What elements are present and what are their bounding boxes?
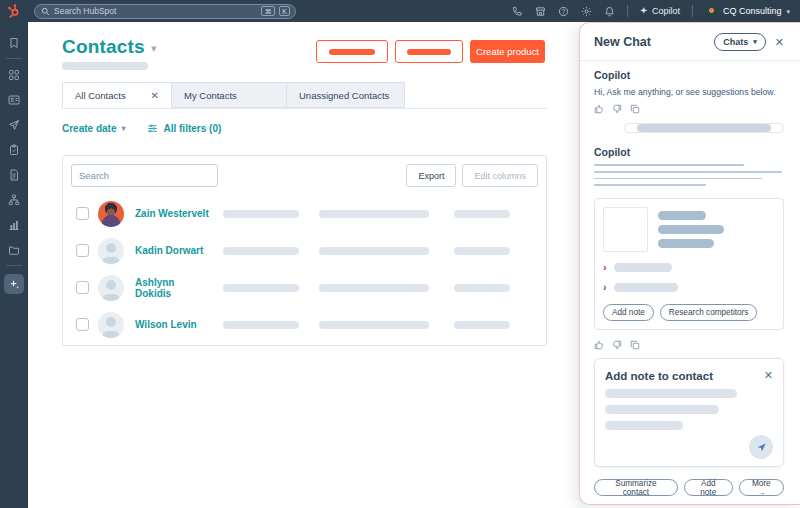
copilot-toggle[interactable]: ✦ Copilot <box>640 6 680 16</box>
add-note-card-title: Add note to contact <box>605 370 713 382</box>
send-button[interactable] <box>749 435 773 459</box>
contact-name-link[interactable]: Kadin Dorwart <box>135 245 213 256</box>
panel-title: New Chat <box>594 35 651 49</box>
contacts-table: Export Edit columns Zain Westervelt Kadi… <box>62 155 547 346</box>
cell-skeleton <box>319 284 429 292</box>
add-note-button[interactable]: Add note <box>684 479 733 496</box>
thumbs-down-icon[interactable] <box>612 104 622 114</box>
copilot-sender-label: Copilot <box>594 69 784 81</box>
expandable-item[interactable]: › <box>603 262 775 273</box>
sidebar-divider <box>6 265 22 266</box>
more-button[interactable]: More → <box>739 479 784 496</box>
chevron-down-icon[interactable]: ▾ <box>151 39 157 55</box>
contact-preview-card: › › Add note Research competitors <box>594 198 784 330</box>
document-icon[interactable] <box>8 169 20 181</box>
feedback-row <box>594 340 784 350</box>
tab-label: All Contacts <box>75 90 126 101</box>
create-product-button[interactable]: Create product <box>470 40 545 63</box>
quick-actions-row: Summarize contact Add note More → <box>594 479 784 496</box>
add-note-button[interactable]: Add note <box>603 304 654 321</box>
marketplace-icon[interactable] <box>535 6 546 17</box>
export-button[interactable]: Export <box>406 164 456 187</box>
suggestion-chip-skeleton[interactable] <box>624 123 784 133</box>
image-placeholder <box>603 207 648 252</box>
close-icon[interactable]: ✕ <box>764 369 773 382</box>
thumbs-up-icon[interactable] <box>594 104 604 114</box>
table-row[interactable]: Zain Westervelt <box>63 195 546 232</box>
view-tabs: All Contacts ✕ My Contacts Unassigned Co… <box>62 82 547 109</box>
copilot-greeting: Hi, Ask me anything, or see suggestions … <box>594 87 784 97</box>
close-icon[interactable]: ✕ <box>151 90 159 101</box>
left-sidebar-nav <box>0 22 28 508</box>
cell-skeleton <box>454 321 510 329</box>
chats-dropdown-button[interactable]: Chats ▾ <box>714 33 766 51</box>
help-icon[interactable] <box>558 6 569 17</box>
row-checkbox[interactable] <box>76 281 89 294</box>
research-competitors-button[interactable]: Research competitors <box>660 304 758 321</box>
global-search[interactable]: ⌘ K <box>34 4 296 19</box>
button-skeleton-bar <box>329 49 375 55</box>
bar-chart-icon[interactable] <box>8 219 20 231</box>
notifications-icon[interactable] <box>604 6 615 17</box>
message-skeleton-bar <box>594 164 744 166</box>
copilot-sender-label: Copilot <box>594 146 784 158</box>
close-panel-icon[interactable]: ✕ <box>775 36 784 49</box>
message-skeleton-bar <box>594 184 706 186</box>
subtitle-skeleton <box>62 62 148 70</box>
thumbs-up-icon[interactable] <box>594 340 604 350</box>
thumbs-down-icon[interactable] <box>612 340 622 350</box>
cell-skeleton <box>454 247 510 255</box>
sidebar-divider <box>6 58 22 59</box>
avatar <box>98 275 124 301</box>
grid-icon[interactable] <box>8 69 20 81</box>
global-search-input[interactable] <box>54 6 257 16</box>
row-checkbox[interactable] <box>76 207 89 220</box>
clipboard-icon[interactable] <box>8 144 20 156</box>
row-checkbox[interactable] <box>76 318 89 331</box>
account-menu[interactable]: CQ Consulting ▾ <box>705 5 790 18</box>
table-row[interactable]: Wilson Levin <box>63 306 546 343</box>
copy-icon[interactable] <box>630 340 640 350</box>
avatar <box>98 201 124 227</box>
secondary-action-button-skeleton[interactable] <box>316 40 388 63</box>
phone-icon[interactable] <box>512 6 523 17</box>
table-search-input[interactable] <box>79 170 211 181</box>
edit-columns-button[interactable]: Edit columns <box>462 164 538 187</box>
tab-all-contacts[interactable]: All Contacts ✕ <box>62 82 172 108</box>
secondary-action-button-skeleton[interactable] <box>395 40 463 63</box>
paper-plane-icon[interactable] <box>8 119 20 131</box>
tab-label: Unassigned Contacts <box>299 90 389 101</box>
cell-skeleton <box>319 247 429 255</box>
cell-skeleton <box>223 321 299 329</box>
copy-icon[interactable] <box>630 104 640 114</box>
card-skeleton-bar <box>658 225 724 234</box>
folder-icon[interactable] <box>8 244 20 256</box>
contact-name-link[interactable]: Wilson Levin <box>135 319 213 330</box>
expandable-item[interactable]: › <box>603 282 775 293</box>
contact-name-link[interactable]: Zain Westervelt <box>135 208 213 219</box>
tab-unassigned-contacts[interactable]: Unassigned Contacts <box>287 82 405 108</box>
contact-name-link[interactable]: Ashlynn Dokidis <box>135 277 213 299</box>
summarize-contact-button[interactable]: Summarize contact <box>594 479 678 496</box>
hubspot-logo-icon[interactable] <box>6 3 22 19</box>
create-date-filter[interactable]: Create date ▾ <box>62 123 125 134</box>
cell-skeleton <box>223 284 299 292</box>
add-workspace-button[interactable] <box>4 274 24 294</box>
bookmark-icon[interactable] <box>8 37 20 49</box>
sparkle-icon: ✦ <box>640 6 648 16</box>
topbar-actions: ✦ Copilot CQ Consulting ▾ <box>512 5 790 18</box>
cell-skeleton <box>319 210 429 218</box>
all-filters-button[interactable]: All filters (0) <box>147 123 221 134</box>
copilot-toggle-label: Copilot <box>652 6 680 16</box>
table-row[interactable]: Ashlynn Dokidis <box>63 269 546 306</box>
tab-my-contacts[interactable]: My Contacts <box>172 82 287 108</box>
row-checkbox[interactable] <box>76 244 89 257</box>
sitemap-icon[interactable] <box>8 194 20 206</box>
chevron-right-icon: › <box>603 282 607 293</box>
table-search[interactable] <box>71 164 218 187</box>
contacts-card-icon[interactable] <box>8 94 20 106</box>
filter-icon <box>147 123 158 134</box>
table-row[interactable]: Kadin Dorwart <box>63 232 546 269</box>
settings-icon[interactable] <box>581 6 592 17</box>
chevron-down-icon: ▾ <box>753 38 757 46</box>
